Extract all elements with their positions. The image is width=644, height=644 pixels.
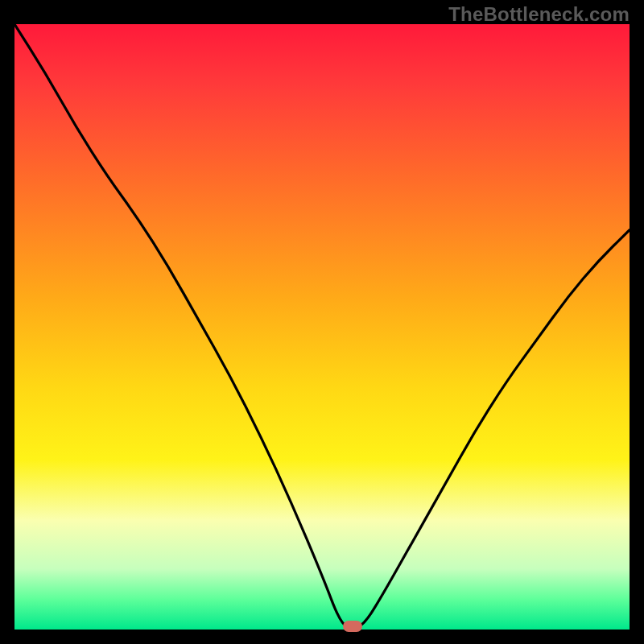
chart-frame: TheBottleneck.com [0,0,644,644]
optimum-marker [343,621,362,632]
bottleneck-curve-svg [14,24,630,630]
watermark-text: TheBottleneck.com [448,3,630,26]
bottleneck-curve-path [14,24,630,628]
